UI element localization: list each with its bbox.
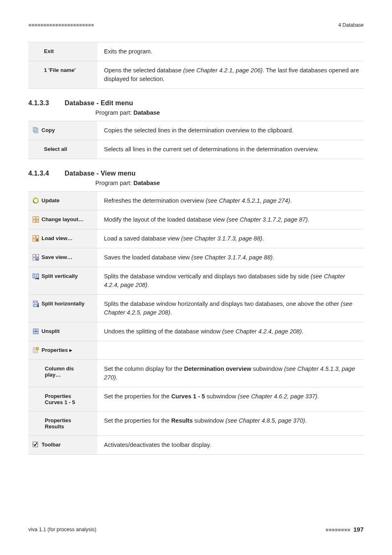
svg-marker-23 — [38, 278, 39, 280]
desc-bold: Results — [171, 417, 193, 424]
footer-dashes: ■■■■■■■■ — [325, 527, 350, 533]
submenu-label-column-display: Column dis­ play… — [28, 360, 97, 387]
svg-marker-27 — [37, 306, 39, 307]
split-vertical-icon — [32, 273, 39, 280]
desc-text: . — [116, 374, 118, 381]
desc-text: Saves the loaded database view — [104, 254, 191, 261]
desc-ref: (see Chapter 3.1.7.2, page 87) — [226, 216, 308, 223]
menu-label-unsplit: Unsplit — [28, 322, 97, 341]
exit-table: Exit Exits the program. 1 'File name' Op… — [28, 42, 364, 89]
menu-desc: Opens the selected database (see Chapter… — [97, 61, 364, 89]
svg-point-37 — [36, 347, 39, 350]
header-section: 4 Database — [339, 22, 364, 28]
menu-desc: Exits the program. — [97, 42, 364, 61]
label-text: Save view… — [42, 254, 72, 260]
svg-rect-8 — [36, 217, 39, 219]
menu-label-filename: 1 'File name' — [28, 61, 97, 89]
checkbox-checked-icon — [32, 442, 39, 448]
desc-text: Refreshes the determination overview — [104, 197, 205, 204]
menu-label-selectall: Select all — [28, 140, 97, 159]
label-text: Select all — [44, 146, 67, 152]
desc-text: . — [308, 216, 309, 223]
section-number: 4.1.3.3 — [28, 99, 49, 107]
section-title: Database - View menu — [65, 170, 136, 177]
desc-text: . — [305, 417, 307, 424]
label-text: play… — [45, 372, 61, 378]
progpart-name: Database — [134, 109, 160, 116]
menu-desc: Selects all lines in the current set of … — [97, 140, 364, 159]
table-row: Properties ▸ — [28, 341, 364, 360]
desc-text: Splits the database window vertically an… — [104, 273, 311, 280]
desc-ref: (see Chapter 4.2.4, page 208) — [222, 328, 302, 335]
desc-text: Load a saved database view — [104, 235, 181, 242]
menu-label-update: Update — [28, 192, 97, 210]
refresh-icon — [32, 197, 39, 204]
menu-desc — [97, 341, 364, 360]
svg-rect-10 — [36, 220, 39, 222]
menu-label-split-vertically: Split vertically — [28, 267, 97, 295]
table-row: Update Refreshes the determination overv… — [28, 192, 364, 210]
menu-desc: Undoes the splitting of the database win… — [97, 322, 364, 341]
desc-text: Modify the layout of the loaded database… — [104, 216, 226, 223]
split-horizontal-icon — [32, 301, 39, 307]
menu-label-copy: Copy — [28, 121, 97, 140]
desc-text: Undoes the splitting of the database win… — [104, 328, 222, 335]
section-title: Database - Edit menu — [65, 99, 133, 107]
menu-label-toolbar: Toolbar — [28, 436, 97, 455]
svg-rect-20 — [33, 274, 35, 278]
svg-rect-21 — [37, 274, 39, 278]
table-row: Select all Selects all lines in the curr… — [28, 140, 364, 159]
table-row: Copy Copies the selected lines in the de… — [28, 121, 364, 140]
progpart-pre: Program part: — [95, 109, 134, 116]
desc-ref: (see Chapter 3.1.7.3, page 88) — [181, 235, 263, 242]
menu-desc: Modify the layout of the loaded database… — [97, 210, 364, 229]
desc-ref: (see Chapter 4.8.5, page 370) — [226, 417, 305, 424]
desc-text: Set the properties for the — [104, 417, 171, 424]
table-row: Column dis­ play… Set the column display… — [28, 360, 364, 387]
svg-rect-17 — [33, 258, 35, 260]
menu-desc: Splits the database window vertically an… — [97, 267, 364, 295]
label-text: Exit — [44, 48, 54, 54]
view-menu-table: Update Refreshes the determination overv… — [28, 191, 364, 455]
header-dashes: ■■■■■■■■■■■■■■■■■■■■■■ — [28, 22, 94, 28]
svg-rect-19 — [37, 258, 38, 259]
menu-desc: Saves the loaded database view (see Chap… — [97, 248, 364, 267]
desc-text: . — [290, 197, 292, 204]
progpart-pre: Program part: — [95, 180, 134, 186]
menu-desc: Set the properties for the Curves 1 - 5 … — [97, 387, 364, 412]
section-heading: 4.1.3.3 Database - Edit menu — [28, 99, 364, 107]
footer-right: ■■■■■■■■ 197 — [325, 526, 364, 533]
menu-desc: Copies the selected lines in the determi… — [97, 121, 364, 140]
menu-label-split-horizontally: Split horizontally — [28, 295, 97, 322]
menu-desc: Activates/deactivates the toolbar displa… — [97, 436, 364, 455]
label-text: Results — [45, 423, 64, 430]
footer-left: viva 1.1 (for process analysis) — [28, 527, 96, 532]
table-row: Unsplit Undoes the splitting of the data… — [28, 322, 364, 341]
desc-text: Activates/deactivates the toolbar displa… — [104, 442, 211, 448]
desc-text: subwindow — [205, 393, 238, 400]
label-text: Properties ▸ — [42, 347, 72, 353]
desc-text: . — [148, 282, 149, 288]
svg-rect-16 — [36, 254, 39, 257]
desc-text: . — [302, 328, 303, 335]
label-text: Toolbar — [42, 442, 61, 448]
table-row: Toolbar Activates/deactivates the toolba… — [28, 436, 364, 455]
desc-text: . — [317, 393, 319, 400]
menu-desc: Splits the database window horizontally … — [97, 295, 364, 322]
table-row: Exit Exits the program. — [28, 42, 364, 61]
desc-text: . — [272, 254, 274, 261]
table-row: Properties Curves 1 - 5 Set the properti… — [28, 387, 364, 412]
menu-label-exit: Exit — [28, 42, 97, 61]
desc-text: Set the column display for the — [104, 365, 184, 372]
desc-text: Splits the database window horizontally … — [104, 301, 341, 307]
label-text: Change layout… — [42, 216, 84, 222]
label-text: Properties — [45, 417, 71, 423]
svg-rect-12 — [36, 236, 39, 238]
unsplit-icon — [32, 328, 39, 335]
page-footer: viva 1.1 (for process analysis) ■■■■■■■■… — [28, 526, 364, 533]
desc-bold: Determination overview — [184, 365, 251, 372]
page-header: ■■■■■■■■■■■■■■■■■■■■■■ 4 Database — [28, 22, 364, 28]
svg-rect-13 — [33, 239, 35, 241]
properties-icon — [32, 347, 39, 354]
menu-desc: Refreshes the determination overview (se… — [97, 192, 364, 210]
